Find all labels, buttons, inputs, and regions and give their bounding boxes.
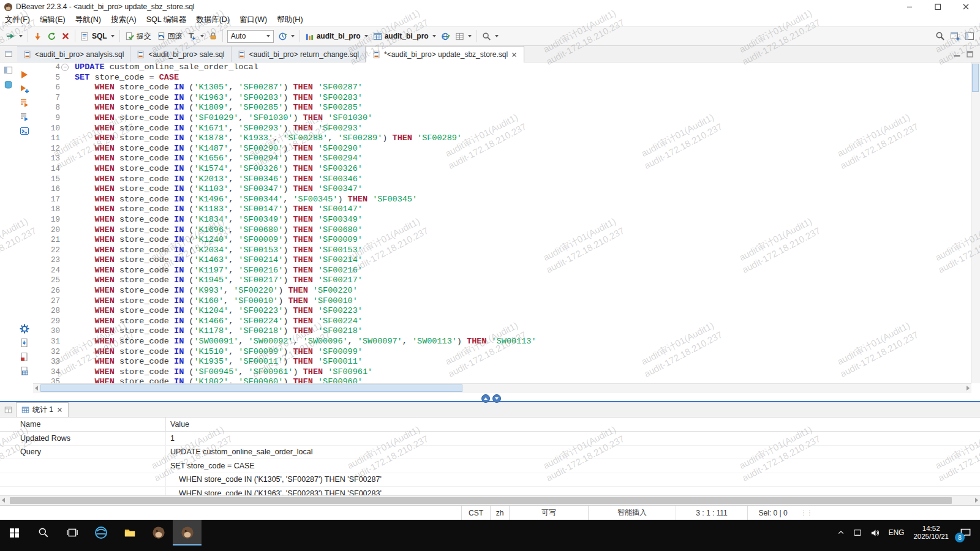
menu-item-3[interactable]: 搜索(A)	[106, 13, 141, 26]
commit-mode-select[interactable]: Auto	[227, 30, 274, 43]
taskbar-search-button[interactable]	[29, 520, 58, 545]
code-line[interactable]: WHEN store_code IN ('K1305', 'SF00287') …	[75, 83, 980, 93]
scrollbar-thumb[interactable]	[40, 384, 462, 392]
code-line[interactable]: WHEN store_code IN ('K1178', 'SF00218') …	[75, 326, 980, 337]
code-line[interactable]: WHEN store_code IN ('K2013', 'SF00346') …	[75, 174, 980, 185]
export-table-icon[interactable]	[20, 366, 29, 376]
execute-script-icon[interactable]	[20, 98, 29, 108]
panel-sash[interactable]	[0, 393, 980, 402]
editor-tab-1[interactable]: <audit_bi_pro> sale.sql	[130, 46, 231, 62]
code-line[interactable]: WHEN store_code IN ('SF00945', 'SF00961'…	[75, 367, 980, 378]
tray-chevron-up-icon[interactable]	[833, 520, 849, 545]
scroll-right-icon[interactable]	[975, 498, 978, 503]
new-connection-button[interactable]	[4, 29, 24, 43]
schema-select[interactable]: audit_bi_pro	[371, 30, 438, 43]
code-line[interactable]: WHEN store_code IN ('K1809', 'SF00285') …	[75, 103, 980, 113]
database-navigator-icon[interactable]	[4, 80, 13, 89]
column-header-value[interactable]: Value	[165, 418, 980, 431]
execute-new-tab-icon[interactable]	[20, 84, 29, 94]
network-settings-button[interactable]	[439, 30, 452, 43]
editor-tab-0[interactable]: <audit_bi_pro> analysis.sql	[17, 46, 130, 62]
tray-tablet-icon[interactable]	[849, 520, 866, 545]
rollback-button[interactable]: 回滚	[154, 29, 184, 43]
tray-language-label[interactable]: ENG	[884, 520, 908, 545]
status-segment-1[interactable]: zh	[490, 506, 509, 520]
taskbar-clock[interactable]: 14:52 2025/10/21	[908, 525, 954, 541]
code-line[interactable]: WHEN store_code IN ('K1656', 'SF00294') …	[75, 154, 980, 164]
menu-item-1[interactable]: 编辑(E)	[35, 13, 70, 26]
toggle-panels-button[interactable]	[963, 29, 976, 43]
task-view-button[interactable]	[58, 520, 86, 545]
explain-plan-gear-icon[interactable]	[20, 324, 29, 334]
restore-panel-icon[interactable]	[0, 46, 17, 62]
maximize-button[interactable]	[924, 0, 952, 13]
fetch-data-button[interactable]	[31, 30, 44, 43]
save-report-icon[interactable]	[20, 352, 29, 362]
close-button[interactable]	[952, 0, 980, 13]
column-header-name[interactable]: Name	[0, 418, 165, 431]
menu-item-2[interactable]: 导航(N)	[70, 13, 106, 26]
code-area[interactable]: UPDATE custom_online_sale_order_localSET…	[69, 62, 980, 383]
code-line[interactable]: WHEN store_code IN ('K1510', 'SF00099') …	[75, 347, 980, 358]
file-explorer-button[interactable]	[115, 520, 144, 545]
code-line[interactable]: WHEN store_code IN ('K1496', 'SF00344', …	[75, 195, 980, 205]
menu-item-5[interactable]: 数据库(D)	[191, 13, 235, 26]
expand-panel-button[interactable]	[492, 394, 501, 403]
minimize-button[interactable]	[895, 0, 924, 13]
scroll-right-icon[interactable]	[967, 386, 970, 391]
cancel-button[interactable]	[59, 30, 72, 42]
code-line[interactable]: WHEN store_code IN ('K1574', 'SF00326') …	[75, 164, 980, 174]
status-segment-0[interactable]: CST	[461, 506, 490, 520]
code-line[interactable]: UPDATE custom_online_sale_order_local	[75, 62, 980, 73]
table-row[interactable]: SET store_code = CASE	[0, 459, 980, 473]
menu-item-6[interactable]: 窗口(W)	[235, 13, 272, 26]
code-line[interactable]: WHEN store_code IN ('K1834', 'SF00349') …	[75, 215, 980, 225]
results-format-button[interactable]	[453, 30, 473, 43]
code-line[interactable]: SET store_code = CASE	[75, 73, 980, 83]
editor-tab-2[interactable]: <audit_bi_pro> return_change.sql	[232, 46, 366, 62]
search-button[interactable]	[933, 29, 947, 43]
scrollbar-thumb[interactable]	[972, 64, 979, 92]
refresh-button[interactable]	[45, 30, 58, 43]
database-select[interactable]: audit_bi_pro	[303, 30, 370, 43]
code-line[interactable]: WHEN store_code IN ('K1197', 'SF00216') …	[75, 266, 980, 276]
status-segment-2[interactable]: 可写	[509, 506, 588, 520]
code-line[interactable]: WHEN store_code IN ('K993', 'SF00220') T…	[75, 286, 980, 296]
action-center-button[interactable]: 8	[954, 520, 980, 545]
start-button[interactable]	[0, 520, 29, 545]
code-line[interactable]: WHEN store_code IN ('K1963', 'SF00283') …	[75, 93, 980, 103]
code-line[interactable]: WHEN store_code IN ('SW00091', 'SW00092'…	[75, 337, 980, 347]
code-line[interactable]: WHEN store_code IN ('SF01029', 'SF01030'…	[75, 113, 980, 124]
export-result-icon[interactable]	[20, 338, 29, 348]
execute-script-new-icon[interactable]	[20, 112, 29, 122]
open-perspective-button[interactable]	[948, 29, 962, 43]
menu-item-7[interactable]: 帮助(H)	[272, 13, 307, 26]
tray-volume-icon[interactable]	[866, 520, 884, 545]
code-line[interactable]: WHEN store_code IN ('K1878', 'K1933', 'S…	[75, 133, 980, 144]
table-row[interactable]: Updated Rows1	[0, 432, 980, 446]
code-line[interactable]: WHEN store_code IN ('K1463', 'SF00214') …	[75, 255, 980, 266]
table-row[interactable]: WHEN store_code IN ('K1305', 'SF00287') …	[0, 473, 980, 487]
close-tab-icon[interactable]	[56, 407, 63, 413]
collapse-panel-button[interactable]	[481, 394, 490, 403]
code-line[interactable]: WHEN store_code IN ('K1696', 'SF00680') …	[75, 225, 980, 236]
editor-tab-3[interactable]: *<audit_bi_pro> update_sbz_store.sql	[366, 46, 524, 63]
transaction-lock-icon[interactable]	[207, 30, 219, 42]
maximize-view-icon[interactable]	[966, 50, 974, 58]
table-row[interactable]: WHEN store_code IN ('K1963', 'SF00283') …	[0, 487, 980, 495]
code-line[interactable]: WHEN store_code IN ('K1103', 'SF00347') …	[75, 184, 980, 195]
transaction-log-button[interactable]	[276, 30, 296, 43]
editor-horizontal-scrollbar[interactable]	[33, 383, 971, 393]
execute-statement-icon[interactable]	[20, 70, 29, 80]
code-line[interactable]: WHEN store_code IN ('K1204', 'SF00223') …	[75, 306, 980, 317]
tab-statistics[interactable]: 统计 1	[16, 402, 69, 417]
code-line[interactable]: WHEN store_code IN ('K1945', 'SF00217') …	[75, 276, 980, 286]
code-line[interactable]: WHEN store_code IN ('K1240', 'SF00009') …	[75, 235, 980, 246]
code-line[interactable]: WHEN store_code IN ('K1935', 'SF00011') …	[75, 357, 980, 367]
code-line[interactable]: WHEN store_code IN ('K1802', 'SF00960') …	[75, 377, 980, 383]
code-line[interactable]: WHEN store_code IN ('K1183', 'SF00147') …	[75, 204, 980, 215]
close-tab-icon[interactable]	[511, 51, 518, 58]
status-segment-4[interactable]: 3 : 1 : 111	[676, 506, 747, 520]
fold-marker-icon[interactable]: −	[61, 64, 69, 71]
code-line[interactable]: WHEN store_code IN ('K160', 'SF00010') T…	[75, 296, 980, 307]
